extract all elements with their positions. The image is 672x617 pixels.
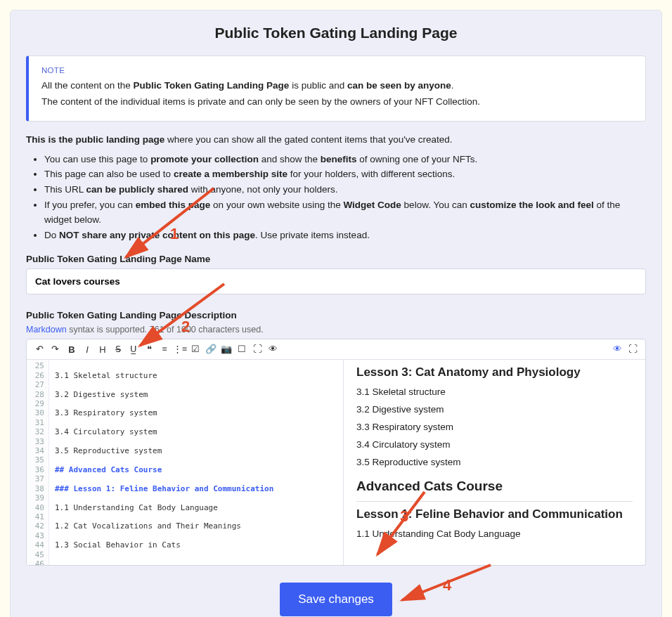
preview-heading-lesson1: Lesson 1: Feline Behavior and Communicat… [356, 507, 633, 521]
underline-icon[interactable]: U̲ [127, 342, 141, 356]
preview-toggle-icon[interactable]: 👁 [266, 342, 280, 356]
bold-icon[interactable]: B [65, 342, 79, 356]
name-field-label: Public Token Gating Landing Page Name [26, 254, 646, 264]
editor-toolbar: ↶ ↷ B I H S̶ U̲ ❝ ≡ ⋮≡ ☑ 🔗 📷 ☐ ⛶ 👁 👁 ⛶ [27, 339, 645, 360]
undo-icon[interactable]: ↶ [32, 342, 46, 356]
preview-heading-lesson3: Lesson 3: Cat Anatomy and Physiology [356, 365, 633, 379]
markdown-hint: Markdown syntax is supported. 761 of 100… [26, 325, 646, 335]
fullscreen-icon[interactable]: ⛶ [250, 342, 264, 356]
bullet-5: Do NOT share any private content on this… [44, 228, 646, 243]
ul-icon[interactable]: ⋮≡ [173, 342, 187, 356]
heading-icon[interactable]: H [96, 342, 110, 356]
checklist-icon[interactable]: ☑ [188, 342, 202, 356]
table-icon[interactable]: ☐ [235, 342, 249, 356]
preview-item: 3.5 Reproductive system [356, 457, 633, 467]
note-box: NOTE All the content on the Public Token… [26, 56, 646, 122]
note-label: NOTE [41, 66, 633, 74]
bullet-list: You can use this page to promote your co… [26, 152, 646, 243]
code-editor-area[interactable]: 3.1 Skeletal structure 3.2 Digestive sys… [49, 360, 343, 565]
italic-icon[interactable]: I [80, 342, 94, 356]
markdown-editor: ↶ ↷ B I H S̶ U̲ ❝ ≡ ⋮≡ ☑ 🔗 📷 ☐ ⛶ 👁 👁 ⛶ 2… [26, 339, 646, 566]
page-container: Public Token Gating Landing Page NOTE Al… [10, 10, 662, 617]
markdown-link[interactable]: Markdown [26, 325, 67, 335]
save-area: Save changes Page saved successfully [26, 583, 646, 617]
editor-body: 25 26 27 28 29 30 31 32 33 34 35 36 37 3… [27, 360, 645, 565]
preview-item: 3.3 Respiratory system [356, 422, 633, 432]
name-input[interactable] [26, 268, 646, 294]
preview-item: 3.1 Skeletal structure [356, 387, 633, 397]
preview-heading-advanced: Advanced Cats Course [356, 479, 633, 494]
eye-icon[interactable]: 👁 [610, 342, 624, 356]
image-icon[interactable]: 📷 [219, 342, 233, 356]
expand-icon[interactable]: ⛶ [626, 342, 640, 356]
quote-icon[interactable]: ❝ [142, 342, 156, 356]
ol-icon[interactable]: ≡ [157, 342, 172, 356]
bullet-3: This URL can be publicly shared with any… [44, 182, 646, 197]
bullet-1: You can use this page to promote your co… [44, 152, 646, 167]
description-field-label: Public Token Gating Landing Page Descrip… [26, 310, 646, 320]
link-icon[interactable]: 🔗 [204, 342, 218, 356]
strike-icon[interactable]: S̶ [111, 342, 125, 356]
page-title: Public Token Gating Landing Page [26, 25, 646, 41]
bullet-4: If you prefer, you can embed this page o… [44, 197, 646, 228]
preview-item: 3.2 Digestive system [356, 404, 633, 415]
intro-paragraph: This is the public landing page where yo… [26, 134, 646, 145]
preview-item: 1.1 Understanding Cat Body Language [356, 528, 633, 539]
bullet-2: This page can also be used to create a m… [44, 167, 646, 182]
line-number-gutter: 25 26 27 28 29 30 31 32 33 34 35 36 37 3… [27, 360, 49, 565]
markdown-preview: Lesson 3: Cat Anatomy and Physiology 3.1… [343, 360, 645, 565]
note-line-1: All the content on the Public Token Gati… [41, 79, 633, 93]
save-button[interactable]: Save changes [280, 583, 392, 616]
redo-icon[interactable]: ↷ [48, 342, 62, 356]
preview-item: 3.4 Circulatory system [356, 439, 633, 450]
note-line-2: The content of the individual items is p… [41, 95, 633, 110]
